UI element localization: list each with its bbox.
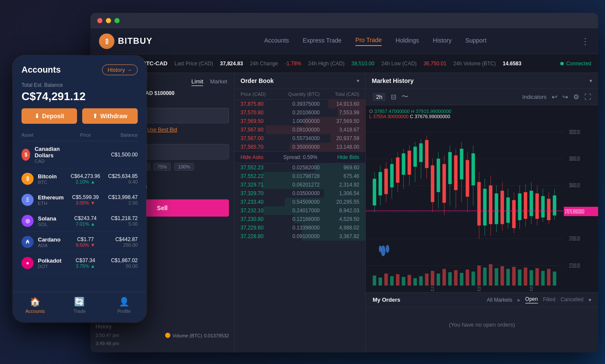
minimize-dot[interactable] bbox=[106, 18, 111, 23]
svg-rect-45 bbox=[448, 152, 452, 184]
asset-row[interactable]: ● Polkadot DOT C$37.34 3.75% ▲ C$1,867.0… bbox=[22, 253, 138, 274]
asset-row[interactable]: ₿ Bitcoin BTC C$64,273.96 2.10% ▲ C$25,6… bbox=[22, 168, 138, 190]
asset-price-col: C$243.74 7.01% ▲ bbox=[68, 215, 103, 226]
wave-icon[interactable]: 〜 bbox=[401, 92, 408, 101]
top-nav: ₿ BITBUY Accounts Express Trade Pro Trad… bbox=[90, 28, 598, 54]
nav-support[interactable]: Support bbox=[465, 37, 486, 46]
asset-row[interactable]: $ Canadian Dollars CAD C$1,500.00 bbox=[22, 141, 138, 168]
asset-name: Ethereum bbox=[38, 194, 64, 201]
undo-icon[interactable]: ↩ bbox=[552, 93, 557, 101]
bid-row: 37,229.60 0.13398000 4,988.02 bbox=[235, 223, 365, 232]
bid-row: 37,552.22 0.01798728 675.46 bbox=[235, 172, 365, 180]
nav-pro-trade[interactable]: Pro Trade bbox=[355, 37, 382, 46]
deposit-button[interactable]: ⬇ Deposit bbox=[22, 108, 77, 124]
indicators-btn[interactable]: Indicators bbox=[522, 94, 546, 100]
asset-name: Solana bbox=[38, 215, 56, 222]
market-tab[interactable]: Market bbox=[210, 78, 227, 86]
bid-row: 37,228.80 0.09100000 3,387.82 bbox=[235, 232, 365, 241]
ohlc-h-value: 37915.99000000 bbox=[416, 109, 451, 114]
history-section: History 3:50:47 pm 🟠 Volume (BTC) 0.0137… bbox=[96, 322, 229, 347]
nav-holdings[interactable]: Holdings bbox=[395, 37, 419, 46]
svg-rect-39 bbox=[431, 165, 434, 202]
pct-100-btn[interactable]: 100% bbox=[174, 163, 194, 171]
ticker-bar: ☰ 🟠 🇨🇦 BTC-CAD Last Price (CAD) 37,824.8… bbox=[90, 54, 598, 73]
bid-price: 37,233.40 bbox=[241, 199, 280, 205]
high-label: 24h High (CAD) bbox=[308, 61, 345, 67]
order-book-cols: Price (CAD) Quantity (BTC) Total (CAD) bbox=[235, 89, 365, 100]
asset-row[interactable]: ₳ Cardano ADA C$1.77 9.50% ▼ C$442.87 25… bbox=[22, 232, 138, 253]
ask-qty: 0.20106000 bbox=[280, 110, 320, 116]
limit-tab[interactable]: Limit bbox=[191, 78, 203, 86]
asset-balance-col: C$442.87 250.00 bbox=[103, 236, 138, 248]
asset-name: Cardano bbox=[38, 236, 61, 243]
maximize-dot[interactable] bbox=[114, 18, 120, 23]
orders-cancelled-tab[interactable]: Cancelled bbox=[561, 297, 583, 303]
asset-icon: $ bbox=[22, 149, 30, 161]
fullscreen-icon[interactable]: ⛶ bbox=[584, 93, 591, 101]
svg-rect-75 bbox=[512, 200, 515, 228]
svg-rect-54 bbox=[431, 271, 434, 285]
asset-symbol: BTC bbox=[38, 180, 57, 185]
ask-qty: 0.55734000 bbox=[280, 135, 320, 141]
my-orders-chevron[interactable]: ▾ bbox=[589, 297, 591, 303]
asset-qty: 50.00 bbox=[103, 263, 138, 269]
nav-express-trade[interactable]: Express Trade bbox=[303, 37, 342, 46]
ask-row: 37,569.50 1.00000000 37,569.50 bbox=[235, 117, 365, 125]
history-title: History bbox=[96, 322, 229, 331]
bid-row: 37,329.70 0.03500000 1,306.54 bbox=[235, 189, 365, 198]
svg-point-118 bbox=[379, 245, 382, 252]
candlestick-chart: 21 23 25 39200.00 38800.00 38400.00 3800… bbox=[366, 105, 598, 292]
logo-text: BITBUY bbox=[118, 36, 152, 46]
redo-icon[interactable]: ↪ bbox=[562, 93, 568, 101]
chart-chevron[interactable]: ▾ bbox=[590, 78, 592, 84]
svg-rect-71 bbox=[500, 191, 504, 224]
order-book-chevron[interactable]: ▾ bbox=[357, 78, 359, 84]
withdraw-button[interactable]: ⬆ Withdraw bbox=[82, 108, 138, 124]
nav-history[interactable]: History bbox=[433, 37, 452, 46]
col-qty: Quantity (BTC) bbox=[280, 92, 320, 97]
col-total: Total (CAD) bbox=[320, 92, 359, 97]
hide-asks-btn[interactable]: Hide Asks bbox=[241, 154, 263, 160]
mobile-app: Accounts History → Total Est. Balance C$… bbox=[13, 56, 146, 322]
nav-accounts[interactable]: Accounts bbox=[264, 37, 289, 46]
bid-row: 37,329.71 0.06201272 2,314.92 bbox=[235, 180, 365, 189]
svg-rect-13 bbox=[384, 169, 388, 194]
all-markets-label[interactable]: All Markets bbox=[487, 297, 512, 303]
timeframe-2h-btn[interactable]: 2h bbox=[373, 93, 386, 101]
gear-icon[interactable]: ⚙ bbox=[573, 93, 579, 101]
svg-text:38400.00: 38400.00 bbox=[569, 182, 580, 189]
pct-75-btn[interactable]: 75% bbox=[154, 163, 171, 171]
svg-text:37200.00: 37200.00 bbox=[569, 262, 580, 269]
mobile-nav-profile[interactable]: 👤 Profile bbox=[102, 297, 146, 314]
asset-balance-col: C$1,867.02 50.00 bbox=[103, 257, 138, 269]
asset-name: Bitcoin bbox=[38, 173, 57, 180]
asset-row[interactable]: Ξ Ethereum ETH C$5,599.39 3.05% ▼ C$13,9… bbox=[22, 190, 138, 211]
assets-header: Asset Price Balance bbox=[22, 129, 138, 141]
orders-open-tab[interactable]: Open bbox=[525, 296, 538, 303]
bids-container: 37,552.23 0.02582000 969.60 37,552.22 0.… bbox=[235, 163, 365, 241]
mobile-history-btn[interactable]: History → bbox=[102, 64, 138, 75]
svg-point-117 bbox=[386, 245, 389, 253]
asset-balance: C$1,218.72 bbox=[103, 215, 138, 221]
asset-balance: C$1,867.02 bbox=[103, 257, 138, 263]
bid-price: 37,329.70 bbox=[241, 190, 280, 196]
asset-symbol: DOT bbox=[38, 264, 62, 269]
chart-type-icon[interactable]: ⊟ bbox=[391, 93, 396, 101]
asset-row[interactable]: ◎ Solana SOL C$243.74 7.01% ▲ C$1,218.72… bbox=[22, 211, 138, 232]
mobile-nav-trade[interactable]: 🔄 Trade bbox=[57, 297, 102, 314]
chart-controls: 2h ⊟ 〜 Indicators ↩ ↪ ⚙ ⛶ bbox=[366, 89, 598, 105]
hide-bids-btn[interactable]: Hide Bids bbox=[337, 154, 359, 160]
close-dot[interactable] bbox=[97, 18, 102, 23]
more-options-icon[interactable]: ⋮ bbox=[581, 36, 590, 46]
svg-rect-29 bbox=[379, 278, 382, 286]
asset-info: ₿ Bitcoin BTC bbox=[22, 173, 68, 185]
change-label: 24h Change bbox=[250, 61, 278, 67]
asset-symbol: ADA bbox=[38, 243, 61, 248]
bid-qty: 0.03500000 bbox=[280, 190, 320, 196]
mobile-action-btns: ⬇ Deposit ⬆ Withdraw bbox=[22, 108, 138, 124]
asset-icon: ◎ bbox=[22, 215, 34, 227]
chart-area: O 37857.47000000 H 37915.99000000 L 3755… bbox=[366, 105, 598, 292]
orders-filled-tab[interactable]: Filled bbox=[543, 297, 556, 303]
mobile-nav-accounts[interactable]: 🏠 Accounts bbox=[13, 297, 57, 314]
svg-rect-43 bbox=[442, 164, 446, 203]
